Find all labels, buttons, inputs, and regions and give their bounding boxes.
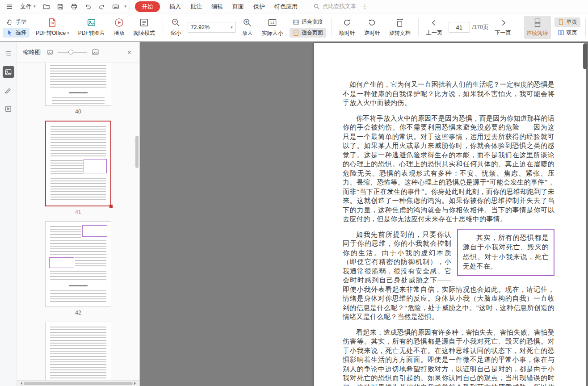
panel-thumbnails-button[interactable] xyxy=(3,66,14,78)
rotate-doc-label: 旋转文档 xyxy=(389,29,411,37)
thumbnail-page-40[interactable] xyxy=(45,63,111,106)
thumb-text-lines xyxy=(50,290,106,303)
reading-mode-icon xyxy=(139,17,149,28)
scrollbar-thumb[interactable] xyxy=(24,382,133,385)
thumbnail-page-41[interactable] xyxy=(45,121,111,206)
main-vertical-scrollbar[interactable] xyxy=(583,42,588,386)
scrollbar-thumb[interactable] xyxy=(583,43,587,69)
file-menu-label: 文件 xyxy=(20,3,32,11)
fit-width-icon xyxy=(293,19,299,25)
thumb-pull-quote-box xyxy=(49,257,74,268)
rotate-doc-button[interactable]: 旋转文档 xyxy=(386,16,413,39)
rotate-cw-button[interactable]: 顺时针 xyxy=(336,16,358,39)
thumb-size-large-icon[interactable] xyxy=(92,48,99,56)
open-file-button[interactable] xyxy=(42,2,51,12)
find-text-label: 点此查找文本 xyxy=(323,3,356,10)
toolbar-separator xyxy=(418,18,419,37)
panel-outline-button[interactable] xyxy=(3,48,14,59)
reading-mode-label: 阅读模式 xyxy=(134,29,155,37)
save-icon xyxy=(57,3,64,10)
continuous-reading-button[interactable]: 连续阅读 xyxy=(524,16,551,39)
tab-protect[interactable]: 保护 xyxy=(253,3,265,11)
thumb-text-lines xyxy=(50,240,106,255)
thumbnail-page-label: 40 xyxy=(75,109,81,115)
tab-home[interactable]: 开始 xyxy=(135,1,160,12)
thumb-text-lines xyxy=(50,271,106,281)
slider-knob[interactable] xyxy=(68,50,73,55)
tab-page[interactable]: 页面 xyxy=(232,3,244,11)
thumb-size-slider[interactable] xyxy=(58,52,87,53)
zoom-level-combobox[interactable]: 72.92% ▾ xyxy=(188,22,236,33)
zoom-out-label: 缩小 xyxy=(171,29,181,37)
app-window: 文件 ▾ ▾ 开始 插入 批注 编辑 页面 保护 特色应用 xyxy=(0,0,588,386)
zoom-out-button[interactable]: 缩小 xyxy=(168,16,184,39)
main-menu-button[interactable] xyxy=(4,2,14,12)
rotate-ccw-button[interactable]: 逆时针 xyxy=(361,16,383,39)
pdf-to-image-icon xyxy=(86,17,97,28)
undo-button[interactable] xyxy=(83,2,93,12)
toolbar: 手型 选择 PDF转Office▾ PDF转图片 播放 阅读模式 缩小 xyxy=(0,13,588,42)
reading-mode-button[interactable]: 阅读模式 xyxy=(131,16,158,39)
next-page-button[interactable]: 下一页 xyxy=(492,17,514,38)
scroll-right-arrow-icon[interactable] xyxy=(134,382,138,385)
sidebar-vertical-scrollbar[interactable] xyxy=(135,136,139,168)
zoom-level-value: 72.92% xyxy=(191,24,210,30)
rotate-ccw-icon xyxy=(367,17,377,28)
thumb-size-small-icon[interactable] xyxy=(47,49,53,55)
fit-width-button[interactable]: 适合宽度 xyxy=(290,17,326,27)
continuous-pages-icon xyxy=(533,18,542,28)
panel-annotation-button[interactable] xyxy=(3,84,14,96)
thumbnail-page-label-current: 41 xyxy=(75,209,81,215)
pdf-to-image-label: PDF转图片 xyxy=(78,29,105,37)
document-view[interactable]: 如何产生的，它为何又一直困扰着人们的生活呢？一定程度的恐惧是不是一种健康的自我保… xyxy=(140,42,588,386)
double-page-icon xyxy=(558,29,564,36)
tab-insert[interactable]: 插入 xyxy=(169,3,181,11)
zoom-in-label: 放大 xyxy=(242,29,253,37)
actual-size-label: 实际大小 xyxy=(262,29,283,37)
paragraph: 你不将手放入火中的原因不是因为恐惧，而是因为你知道那样的话你的手会被灼伤。你不需… xyxy=(343,114,554,224)
zoom-in-icon xyxy=(242,17,252,28)
fit-page-button[interactable]: 适合页面 xyxy=(290,28,326,38)
tab-edit[interactable]: 编辑 xyxy=(211,3,223,11)
thumbnail-page-43[interactable] xyxy=(45,322,111,380)
thumbnail-page-42[interactable] xyxy=(45,221,111,307)
double-page-button[interactable]: 双页 xyxy=(554,28,580,38)
thumb-text-lines xyxy=(50,327,106,380)
zoom-in-button[interactable]: 放大 xyxy=(239,16,256,39)
more-options-button[interactable]: ⋮ xyxy=(362,3,368,10)
toolbar-options-caret-icon[interactable]: ▾ xyxy=(125,4,127,8)
rotate-cw-icon xyxy=(342,17,352,28)
page-number-input[interactable] xyxy=(449,22,470,33)
single-page-button[interactable]: 单页 xyxy=(554,17,580,27)
panel-switcher xyxy=(0,42,17,386)
scroll-left-arrow-icon[interactable] xyxy=(19,382,22,385)
hand-tool-button[interactable]: 手型 xyxy=(3,17,29,27)
cursor-icon xyxy=(6,29,13,37)
thumb-heading xyxy=(69,285,88,286)
tab-annotate[interactable]: 批注 xyxy=(190,3,202,11)
print-button[interactable] xyxy=(69,2,79,12)
sidebar-horizontal-scrollbar[interactable] xyxy=(17,380,139,386)
save-button[interactable] xyxy=(55,2,65,12)
thumb-text-lines xyxy=(50,226,81,238)
thumbnail-list: 40 41 42 xyxy=(17,63,139,380)
find-text-button[interactable]: 点此查找文本 xyxy=(313,3,356,10)
tab-featured-apps[interactable]: 特色应用 xyxy=(274,3,298,11)
hamburger-icon xyxy=(6,3,13,10)
select-tool-button[interactable]: 选择 xyxy=(3,28,29,38)
media-icon xyxy=(4,105,12,113)
thumb-pull-quote-box xyxy=(82,225,107,237)
actual-size-button[interactable]: 1:1 实际大小 xyxy=(259,16,286,39)
play-button[interactable]: 播放 xyxy=(111,16,127,39)
pdf-to-image-button[interactable]: PDF转图片 xyxy=(76,16,108,39)
pdf-to-office-button[interactable]: PDF转Office▾ xyxy=(33,16,72,39)
prev-page-button[interactable]: 上一页 xyxy=(424,17,445,38)
redo-button[interactable] xyxy=(97,2,107,12)
panel-media-button[interactable] xyxy=(3,103,14,114)
file-menu-button[interactable]: 文件 ▾ xyxy=(18,2,38,12)
pdf-to-office-label: PDF转Office xyxy=(36,29,66,37)
document-page[interactable]: 如何产生的，它为何又一直困扰着人们的生活呢？一定程度的恐惧是不是一种健康的自我保… xyxy=(314,43,586,386)
input-mode-button[interactable] xyxy=(111,2,121,12)
close-panel-button[interactable]: × xyxy=(126,48,133,56)
menu-bar: 文件 ▾ ▾ 开始 插入 批注 编辑 页面 保护 特色应用 xyxy=(0,0,588,13)
